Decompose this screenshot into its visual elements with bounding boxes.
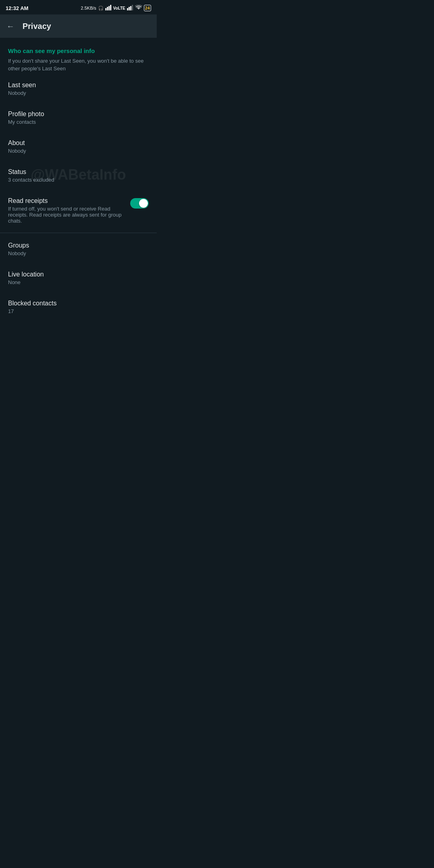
section-heading: Who can see my personal info If you don'… [0,38,157,74]
read-receipts-toggle-wrapper [130,198,149,209]
svg-rect-1 [107,7,108,10]
status-value: 3 contacts excluded [8,177,149,183]
read-receipts-item[interactable]: Read receipts If turned off, you won't s… [0,190,157,231]
bottom-settings-list: Groups Nobody Live location None Blocked… [0,235,157,321]
status-title: Status [8,168,149,176]
groups-item[interactable]: Groups Nobody [0,235,157,264]
about-value: Nobody [8,148,149,154]
battery-level: 24 [145,6,150,10]
about-item[interactable]: About Nobody [0,132,157,161]
about-title: About [8,139,149,147]
privacy-content: @WABetaInfo Who can see my personal info… [0,38,157,321]
live-location-title: Live location [8,271,149,278]
last-seen-value: Nobody [8,90,149,96]
wifi-icon [135,5,142,11]
blocked-contacts-value: 17 [8,308,149,314]
page-title: Privacy [23,22,51,31]
read-receipts-toggle[interactable] [130,198,149,209]
read-receipts-title: Read receipts [8,197,125,205]
groups-title: Groups [8,242,149,249]
svg-rect-5 [129,7,130,10]
back-button[interactable]: ← [6,22,14,31]
status-time: 12:32 AM [6,5,29,11]
svg-rect-4 [127,8,128,10]
status-bar: 12:32 AM 2.5KB/s 🎧 VoLTE [0,0,157,14]
live-location-item[interactable]: Live location None [0,264,157,293]
blocked-contacts-title: Blocked contacts [8,300,149,307]
status-item[interactable]: Status 3 contacts excluded [0,161,157,190]
read-receipts-description: If turned off, you won't send or receive… [8,206,125,224]
battery-icon: 24 [144,5,151,11]
section-title: Who can see my personal info [8,47,149,54]
signal-icon [105,5,112,11]
live-location-value: None [8,279,149,285]
last-seen-item[interactable]: Last seen Nobody [0,74,157,103]
svg-rect-2 [108,6,110,10]
svg-rect-7 [132,5,133,10]
signal2-icon [127,5,133,11]
last-seen-title: Last seen [8,82,149,89]
section-divider [0,233,157,233]
network-speed: 2.5KB/s [81,6,96,10]
groups-value: Nobody [8,250,149,256]
app-header: ← Privacy [0,14,157,38]
headphone-icon: 🎧 [98,6,104,11]
svg-rect-3 [110,5,111,10]
profile-photo-item[interactable]: Profile photo My contacts [0,103,157,132]
toggle-knob [139,199,148,208]
profile-photo-value: My contacts [8,119,149,125]
volte-icon: VoLTE [113,6,125,10]
settings-list: Last seen Nobody Profile photo My contac… [0,74,157,231]
blocked-contacts-item[interactable]: Blocked contacts 17 [0,293,157,321]
svg-rect-6 [130,6,131,10]
section-description: If you don't share your Last Seen, you w… [8,57,149,73]
status-icons: 2.5KB/s 🎧 VoLTE [81,5,151,11]
svg-rect-0 [105,8,106,10]
read-receipts-text: Read receipts If turned off, you won't s… [8,197,130,224]
profile-photo-title: Profile photo [8,111,149,118]
